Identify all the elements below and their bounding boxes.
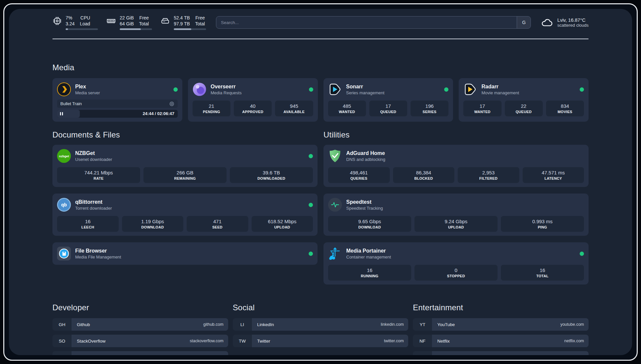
stat-download: 1.19 Gbps DOWNLOAD: [122, 216, 184, 232]
pause-icon: [60, 112, 63, 115]
filebrowser-icon: [57, 247, 71, 260]
bookmark-github[interactable]: GH Github github.com: [52, 318, 228, 331]
app-card-speedtest[interactable]: Speedtest Speedtest Tracking 9.65 Gbps D…: [323, 194, 589, 236]
stat-movies: 834 MOVIES: [546, 101, 584, 116]
search-engine-button[interactable]: G: [517, 16, 531, 28]
bookmark-group-entertainment: Entertainment YT YouTube youtube.com NF …: [413, 303, 589, 355]
app-description: Movie management: [481, 90, 519, 96]
bookmark-abbr: YT: [413, 318, 432, 331]
now-playing-title: Bullet Train: [60, 101, 82, 106]
app-card-portainer[interactable]: Media Portainer Container management 16 …: [323, 242, 589, 285]
section-documents: Documents & Files nzbget NZBGet Usenet d…: [52, 130, 318, 285]
cpu-stat: 7% 3.24 CPU Load: [52, 15, 98, 30]
cpu-label: CPU: [80, 15, 90, 21]
app-name: Plex: [75, 83, 100, 90]
app-description: Speedtest Tracking: [346, 205, 383, 211]
stat-downloaded: 39.6 TB DOWNLOADED: [230, 167, 313, 183]
app-name: AdGuard Home: [346, 150, 385, 157]
stat-seed: 471 SEED: [187, 216, 248, 232]
bookmark-name: DEV: [77, 355, 86, 355]
section-title-social: Social: [233, 303, 409, 312]
memory-free-value: 22 GiB: [120, 15, 134, 21]
cpu-load-label: Load: [80, 21, 90, 27]
app-description: Media Requests: [211, 90, 242, 96]
bookmark-name: Netflix: [437, 339, 450, 344]
memory-total-label: Total: [139, 21, 149, 27]
bookmark-netflix[interactable]: NF Netflix netflix.com: [413, 335, 589, 347]
section-title-entertainment: Entertainment: [413, 303, 589, 312]
stat-running: 16 RUNNING: [328, 265, 411, 281]
status-dot: [309, 252, 313, 256]
bookmark-abbr: NF: [413, 335, 432, 347]
bookmark-reddit[interactable]: RE Reddit reddit.com: [413, 351, 589, 355]
nzbget-icon: nzbget: [57, 149, 71, 163]
stat-series: 196 SERIES: [411, 101, 448, 116]
stat-wanted: 17 WANTED: [463, 101, 501, 116]
stat-available: 945 AVAILABLE: [275, 101, 313, 116]
memory-icon: [107, 16, 116, 25]
plex-icon: [57, 82, 71, 96]
stat-queries: 498,461 QUERIES: [328, 167, 390, 183]
app-card-filebrowser[interactable]: File Browser Media File Management: [52, 242, 318, 265]
bookmark-abbr: TW: [233, 335, 252, 347]
section-title-developer: Developer: [52, 303, 228, 312]
stat-upload: 618.52 Mbps UPLOAD: [252, 216, 313, 232]
bookmark-youtube[interactable]: YT YouTube youtube.com: [413, 318, 589, 331]
playback-progress-bar: 24:44 / 02:06:47: [57, 110, 178, 118]
cloud-icon: [541, 17, 553, 28]
top-bar: 7% 3.24 CPU Load: [52, 14, 589, 31]
app-description: Media File Management: [75, 254, 121, 260]
app-card-adguard[interactable]: AdGuard Home DNS and adblocking 498,461 …: [323, 145, 589, 187]
bookmark-linkedin[interactable]: LI LinkedIn linkedin.com: [233, 318, 409, 331]
app-card-plex[interactable]: Plex Media server Bullet Train: [52, 78, 182, 122]
weather-widget: Lviv, 16.87°C scattered clouds: [541, 17, 589, 28]
bookmark-dev[interactable]: DT DEV dev.to: [52, 351, 228, 355]
stat-upload: 9.24 Gbps UPLOAD: [414, 216, 498, 232]
bookmark-name: Reddit: [437, 355, 450, 355]
search-bar[interactable]: G: [216, 16, 531, 29]
status-dot: [309, 154, 313, 158]
section-title-utilities: Utilities: [323, 130, 589, 139]
radarr-icon: [463, 82, 477, 96]
app-description: Torrent downloader: [75, 205, 112, 211]
stat-remaining: 266 GB REMAINING: [143, 167, 227, 183]
status-dot: [309, 203, 313, 207]
bookmark-url: linkedin.com: [381, 322, 404, 327]
bookmark-name: Github: [77, 322, 90, 327]
search-input[interactable]: [216, 16, 517, 28]
status-dot: [444, 87, 448, 92]
cpu-load-value: 3.24: [66, 21, 75, 27]
stat-total: 16 TOTAL: [501, 265, 584, 281]
bookmark-name: Twitter: [257, 339, 270, 344]
cpu-progress-bar: [66, 28, 98, 30]
bookmark-abbr: DT: [52, 351, 72, 355]
bookmark-name: StackOverflow: [77, 339, 106, 344]
section-title-media: Media: [52, 63, 589, 72]
section-utilities: Utilities: [323, 130, 589, 285]
app-name: Overseerr: [211, 83, 242, 90]
status-dot: [309, 87, 313, 92]
app-card-sonarr[interactable]: Sonarr Series management 485 WANTED 17 Q…: [323, 78, 453, 122]
bookmark-stackoverflow[interactable]: SO StackOverflow stackoverflow.com: [52, 335, 228, 347]
section-media: Media Plex Media server Bullet Train: [52, 63, 589, 122]
app-card-overseerr[interactable]: Overseerr Media Requests 21 PENDING 40 A…: [188, 78, 318, 122]
app-name: NZBGet: [75, 150, 112, 157]
app-name: qBittorrent: [75, 199, 112, 205]
app-description: DNS and adblocking: [346, 157, 385, 162]
bookmark-abbr: GH: [52, 318, 72, 331]
header-divider: [52, 39, 589, 39]
stat-ping: 0.993 ms PING: [501, 216, 584, 232]
cpu-progress-fill: [66, 28, 68, 30]
app-card-qbittorrent[interactable]: qb qBittorrent Torrent downloader 16 LEE…: [52, 194, 318, 236]
status-dot: [173, 87, 178, 92]
stat-queued: 22 QUEUED: [505, 101, 543, 116]
bookmark-abbr: RE: [413, 351, 432, 355]
bookmark-url: github.com: [203, 322, 224, 327]
app-card-nzbget[interactable]: nzbget NZBGet Usenet downloader 744.21 M…: [52, 145, 318, 187]
playback-time: 24:44 / 02:06:47: [143, 111, 174, 116]
memory-free-label: Free: [139, 15, 149, 21]
overseerr-icon: [193, 82, 206, 96]
plex-now-playing: Bullet Train 24:44 / 02:06:47: [57, 100, 178, 118]
app-card-radarr[interactable]: Radarr Movie management 17 WANTED 22 QUE…: [459, 78, 589, 122]
bookmark-twitter[interactable]: TW Twitter twitter.com: [233, 335, 409, 347]
